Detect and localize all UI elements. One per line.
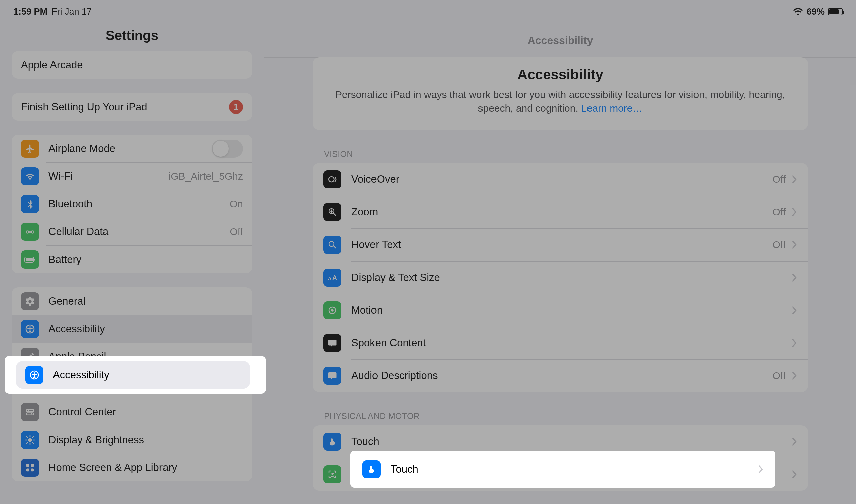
row-label: Display & Brightness — [49, 434, 144, 446]
hover-text-icon: a — [323, 236, 341, 254]
faceid-icon — [323, 465, 341, 483]
sidebar-title: Settings — [12, 28, 253, 43]
svg-point-9 — [29, 438, 32, 442]
row-label: Zoom — [352, 206, 378, 218]
row-value: Off — [230, 226, 243, 237]
cellular-icon — [21, 223, 39, 241]
detail-item-touch[interactable]: Touch — [313, 425, 808, 458]
detail-item-voiceover[interactable]: VoiceOver Off — [313, 163, 808, 196]
row-label: Touch — [352, 435, 379, 448]
detail-item-spoken-content[interactable]: Spoken Content — [313, 327, 808, 359]
chevron-right-icon — [792, 175, 797, 184]
control-center-icon — [21, 403, 39, 421]
row-label: Finish Setting Up Your iPad — [21, 101, 147, 113]
row-label: VoiceOver — [352, 173, 399, 185]
sidebar-item-battery[interactable]: Battery — [12, 246, 253, 273]
svg-text:A: A — [332, 274, 337, 281]
notification-badge: 1 — [229, 100, 243, 114]
row-value: On — [230, 198, 243, 210]
zoom-icon — [323, 203, 341, 221]
sidebar-item-finish-setup[interactable]: Finish Setting Up Your iPad 1 — [12, 93, 253, 121]
battery-icon — [21, 251, 39, 269]
touch-icon — [323, 433, 341, 451]
section-vision-title: Vision — [324, 149, 808, 159]
sidebar-item-general[interactable]: General — [12, 287, 253, 315]
row-value: Off — [773, 206, 786, 218]
sidebar-item-display-brightness[interactable]: Display & Brightness — [12, 426, 253, 454]
svg-text:A: A — [328, 275, 331, 281]
row-label: Bluetooth — [49, 198, 92, 210]
hero-description: Personalize iPad in ways that work best … — [327, 88, 793, 115]
row-label: Camera — [49, 378, 85, 391]
svg-rect-10 — [27, 464, 30, 467]
sidebar-item-apple-pencil[interactable]: Apple Pencil — [12, 343, 253, 371]
row-value: Off — [773, 370, 786, 381]
svg-rect-1 — [26, 258, 33, 261]
sidebar-item-wifi[interactable]: Wi-Fi iGB_Airtel_5Ghz — [12, 162, 253, 190]
sidebar-item-home-screen[interactable]: Home Screen & App Library — [12, 454, 253, 481]
detail-item-hover-text[interactable]: a Hover Text Off — [313, 229, 808, 261]
row-label: Airplane Mode — [49, 143, 115, 155]
sidebar-item-control-center[interactable]: Control Center — [12, 398, 253, 426]
bluetooth-icon — [21, 195, 39, 213]
wifi-icon — [793, 8, 803, 15]
chevron-right-icon — [792, 372, 797, 380]
airplane-toggle[interactable] — [212, 140, 243, 158]
wifi-icon — [21, 167, 39, 185]
detail-item-audio-descriptions[interactable]: Audio Descriptions Off — [313, 359, 808, 392]
row-label: Face ID & Attention — [352, 468, 441, 480]
chevron-right-icon — [792, 208, 797, 216]
row-label: Apple Arcade — [21, 59, 83, 71]
row-label: Display & Text Size — [352, 272, 440, 284]
section-motor-title: Physical and Motor — [324, 412, 808, 421]
svg-rect-11 — [31, 464, 34, 467]
sidebar-item-bluetooth[interactable]: Bluetooth On — [12, 190, 253, 218]
status-bar: 1:59 PM Fri Jan 17 69% — [0, 0, 856, 23]
row-value: Off — [773, 174, 786, 185]
row-label: Wi-Fi — [49, 170, 72, 182]
row-label: General — [49, 295, 85, 307]
brightness-icon — [21, 431, 39, 449]
text-size-icon: AA — [323, 269, 341, 287]
audio-desc-icon — [323, 367, 341, 385]
camera-icon — [21, 375, 39, 393]
hero-title: Accessibility — [327, 67, 793, 83]
accessibility-icon — [21, 320, 39, 338]
row-label: Accessibility — [49, 323, 105, 335]
detail-item-motion[interactable]: Motion — [313, 294, 808, 327]
gear-icon — [21, 292, 39, 310]
sidebar-item-cellular[interactable]: Cellular Data Off — [12, 218, 253, 246]
motion-icon — [323, 301, 341, 319]
row-value: Off — [773, 239, 786, 251]
learn-more-link[interactable]: Learn more… — [581, 103, 642, 113]
row-label: Home Screen & App Library — [49, 462, 177, 474]
pencil-icon — [21, 348, 39, 366]
sidebar-item-apple-arcade[interactable]: Apple Arcade — [12, 51, 253, 79]
svg-rect-12 — [27, 468, 30, 471]
row-label: Apple Pencil — [49, 351, 106, 363]
svg-point-4 — [30, 326, 31, 328]
status-time: 1:59 PM — [13, 7, 48, 17]
home-grid-icon — [21, 458, 39, 476]
status-date: Fri Jan 17 — [51, 7, 92, 17]
svg-point-7 — [28, 410, 29, 411]
sidebar-item-accessibility[interactable]: Accessibility — [12, 315, 253, 343]
detail-item-faceid-attention[interactable]: Face ID & Attention — [313, 458, 808, 491]
chevron-right-icon — [792, 306, 797, 314]
chevron-right-icon — [792, 339, 797, 347]
svg-point-22 — [331, 473, 332, 474]
accessibility-hero: Accessibility Personalize iPad in ways t… — [313, 57, 808, 130]
battery-icon — [828, 8, 843, 15]
sidebar-item-camera[interactable]: Camera — [12, 371, 253, 398]
row-label: Spoken Content — [352, 337, 426, 349]
voiceover-icon — [323, 170, 341, 188]
row-label: Cellular Data — [49, 226, 108, 238]
svg-text:a: a — [331, 242, 333, 246]
battery-pct: 69% — [806, 7, 825, 17]
detail-item-display-text-size[interactable]: AA Display & Text Size — [313, 261, 808, 294]
detail-pane: Accessibility Accessibility Personalize … — [264, 23, 856, 504]
svg-point-21 — [331, 309, 334, 312]
detail-item-zoom[interactable]: Zoom Off — [313, 196, 808, 229]
sidebar-item-airplane-mode[interactable]: Airplane Mode — [12, 134, 253, 162]
row-label: Motion — [352, 304, 382, 316]
